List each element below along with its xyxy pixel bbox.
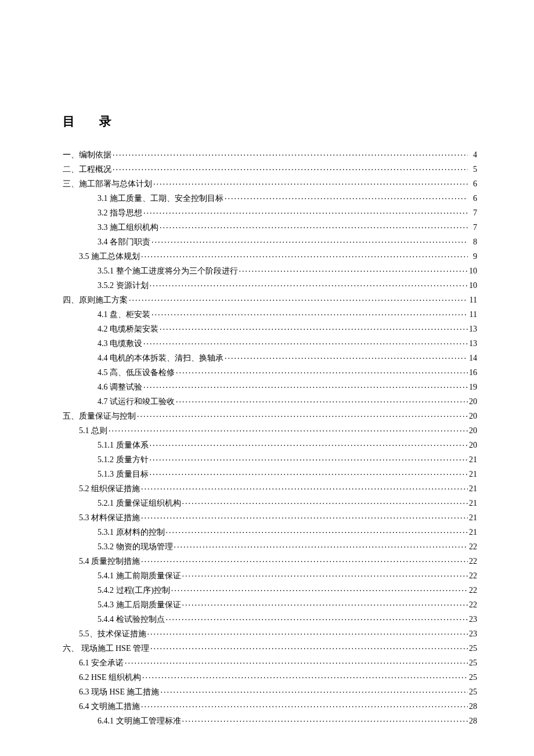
toc-entry-page: 20 — [469, 427, 477, 435]
toc-entry-page: 20 — [469, 398, 477, 406]
toc-entry-page: 21 — [469, 499, 477, 507]
toc-dot-leader — [142, 672, 468, 680]
toc-dot-leader — [143, 381, 468, 390]
toc-entry-label: 4.2 电缆桥架安装 — [98, 325, 158, 333]
toc-entry-page: 13 — [469, 340, 477, 348]
toc-entry-label: 5.1.2 质量方针 — [98, 456, 149, 464]
toc-entry-label: 6.2 HSE 组织机构 — [79, 674, 141, 682]
toc-entry-label: 3.5 施工总体规划 — [79, 253, 140, 261]
toc-entry-page: 22 — [469, 543, 477, 551]
toc-entry-label: 3.3 施工组织机构 — [98, 224, 158, 232]
toc-entry-label: 6.4 文明施工措施 — [79, 703, 140, 711]
toc-entry-label: 3.2 指导思想 — [98, 209, 142, 217]
table-of-contents: 一、编制依据4二、工程概况5三、施工部署与总体计划63.1 施工质量、工期、安全… — [63, 149, 477, 725]
toc-entry-label: 4.3 电缆敷设 — [98, 340, 142, 348]
toc-entry-page: 22 — [469, 572, 477, 580]
toc-entry: 6.4.1 文明施工管理标准28 — [63, 715, 477, 725]
toc-entry: 4.4 电机的本体拆装、清扫、换轴承14 — [63, 352, 477, 362]
toc-dot-leader — [141, 556, 468, 564]
toc-dot-leader — [153, 178, 468, 186]
toc-entry-page: 11 — [469, 311, 477, 319]
toc-dot-leader — [141, 483, 468, 491]
toc-entry: 6.3 现场 HSE 施工措施25 — [63, 686, 477, 696]
toc-dot-leader — [182, 498, 468, 506]
toc-dot-leader — [141, 512, 468, 520]
toc-entry: 5.3 材料保证措施21 — [63, 512, 477, 521]
toc-dot-leader — [109, 425, 468, 433]
toc-dot-leader — [147, 628, 468, 636]
toc-entry-label: 5.1.1 质量体系 — [98, 441, 149, 449]
toc-entry: 5.4.4 检试验控制点23 — [63, 614, 477, 623]
toc-entry-page: 25 — [469, 645, 477, 653]
toc-entry-page: 6 — [469, 180, 477, 188]
toc-entry: 5.5、技术保证措施23 — [63, 628, 477, 638]
toc-dot-leader — [239, 265, 468, 273]
toc-entry-page: 10 — [469, 267, 477, 275]
toc-entry-page: 20 — [469, 441, 477, 449]
toc-entry-page: 21 — [469, 514, 477, 522]
toc-entry-label: 3.4 各部门职责 — [98, 238, 150, 246]
toc-entry: 4.5 高、低压设备检修16 — [63, 367, 477, 376]
toc-entry-label: 4.6 调整试验 — [98, 383, 142, 391]
toc-entry-label: 四、原则施工方案 — [63, 296, 128, 304]
toc-entry-label: 5.2 组织保证措施 — [79, 485, 140, 493]
toc-dot-leader — [171, 585, 468, 593]
toc-entry: 4.7 试运行和竣工验收20 — [63, 396, 477, 405]
toc-entry-page: 13 — [469, 325, 477, 333]
toc-entry: 5.3.2 物资的现场管理22 — [63, 541, 477, 550]
toc-entry-label: 6.4.1 文明施工管理标准 — [98, 717, 181, 725]
toc-dot-leader — [151, 309, 468, 317]
toc-entry-label: 5.4.2 过程(工序)控制 — [98, 586, 170, 595]
toc-dot-leader — [160, 686, 468, 694]
toc-entry-label: 5.3 材料保证措施 — [79, 514, 140, 522]
toc-entry-page: 25 — [469, 674, 477, 682]
toc-entry: 六、 现场施工 HSE 管理 25 — [63, 643, 477, 652]
toc-dot-leader — [129, 294, 468, 303]
toc-entry-label: 5.4.3 施工后期质量保证 — [98, 601, 181, 609]
toc-entry-label: 5.3.2 物资的现场管理 — [98, 543, 173, 551]
toc-entry-page: 21 — [469, 456, 477, 464]
toc-entry: 5.4.2 过程(工序)控制22 — [63, 585, 477, 594]
toc-entry-page: 21 — [469, 470, 477, 478]
toc-entry: 6.4 文明施工措施28 — [63, 701, 477, 710]
toc-entry: 6.1 安全承诺25 — [63, 657, 477, 667]
toc-entry-page: 7 — [469, 224, 477, 232]
toc-entry: 5.1 总则20 — [63, 425, 477, 434]
toc-entry: 5.1.1 质量体系20 — [63, 440, 477, 449]
toc-dot-leader — [141, 701, 468, 709]
toc-entry-label: 5.2.1 质量保证组织机构 — [98, 499, 181, 507]
toc-entry-page: 22 — [469, 586, 477, 595]
toc-entry: 3.5.2 资源计划10 — [63, 280, 477, 289]
toc-entry-label: 5.3.1 原材料的控制 — [98, 528, 165, 537]
toc-entry-label: 三、施工部署与总体计划 — [63, 180, 152, 188]
toc-dot-leader — [150, 440, 468, 448]
toc-entry-page: 22 — [469, 601, 477, 609]
toc-dot-leader — [113, 164, 468, 172]
toc-entry: 5.1.2 质量方针21 — [63, 454, 477, 463]
toc-entry-label: 3.1 施工质量、工期、安全控制目标 — [98, 195, 223, 203]
toc-dot-leader — [113, 149, 468, 157]
toc-entry-page: 28 — [469, 703, 477, 711]
toc-entry: 3.4 各部门职责8 — [63, 236, 477, 246]
toc-entry-label: 5.4.1 施工前期质量保证 — [98, 572, 181, 580]
toc-entry-label: 6.3 现场 HSE 施工措施 — [79, 688, 159, 696]
toc-dot-leader — [166, 527, 468, 535]
toc-entry-label: 3.5.2 资源计划 — [98, 282, 149, 290]
toc-entry: 5.2.1 质量保证组织机构21 — [63, 498, 477, 507]
toc-entry: 5.2 组织保证措施21 — [63, 483, 477, 492]
toc-entry-page: 6 — [469, 195, 477, 203]
toc-dot-leader — [141, 251, 468, 259]
toc-entry-page: 7 — [469, 209, 477, 217]
toc-entry: 3.2 指导思想7 — [63, 207, 477, 217]
toc-dot-leader — [182, 599, 468, 607]
toc-entry-label: 5.1 总则 — [79, 427, 107, 435]
toc-entry-label: 6.1 安全承诺 — [79, 659, 124, 667]
toc-entry-page: 8 — [469, 238, 477, 246]
toc-dot-leader — [166, 614, 468, 622]
toc-dot-leader — [150, 643, 468, 651]
toc-dot-leader — [225, 193, 468, 201]
toc-entry-page: 4 — [469, 151, 477, 159]
toc-dot-leader — [150, 280, 468, 288]
toc-dot-leader — [150, 454, 468, 462]
toc-entry: 4.2 电缆桥架安装13 — [63, 323, 477, 333]
